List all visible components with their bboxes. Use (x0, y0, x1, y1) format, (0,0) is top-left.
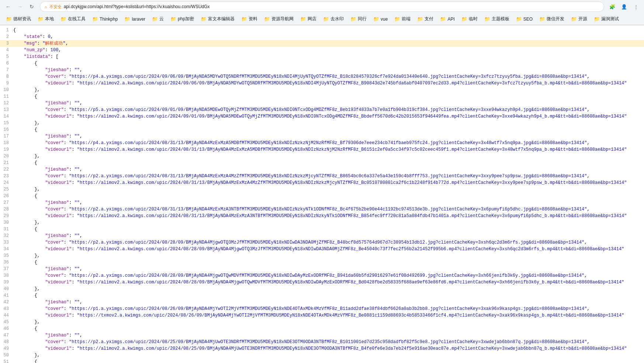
json-line: 31 { (0, 226, 644, 233)
json-line: 25 }, (0, 186, 644, 193)
bookmark-label: 漏洞测试 (601, 16, 619, 22)
json-line: 47 "jieshao": "", (0, 332, 644, 339)
json-content: 1{2 "state": 0,3 "msg": "解析成功",4 "num_zp… (0, 25, 644, 363)
bookmark-item-4[interactable]: 📁laraver (121, 15, 148, 23)
bookmark-item-15[interactable]: 📁支付 (414, 14, 436, 24)
line-number: 46 (0, 325, 13, 332)
profile-button[interactable]: 👤 (619, 1, 629, 12)
line-content: "cover": "https://p2.a.yximgs.com/upic/2… (13, 239, 644, 246)
browser-chrome: ← → ↻ ⚠ 不安全 api.dcykjgw.com/api.html?typ… (0, 0, 644, 25)
line-number: 8 (0, 73, 13, 80)
bookmark-label: 富文本编辑器 (208, 16, 235, 22)
folder-icon: 📁 (461, 16, 467, 22)
line-content: "videourl": "https://alimov2.a.kwimgs.co… (13, 345, 644, 352)
json-line: 48 "cover": "https://p2.a.yximgs.com/upi… (0, 339, 644, 345)
json-line: 39 "videourl": "https://alimov2.a.kwimgs… (0, 279, 644, 286)
bookmark-item-13[interactable]: 📁vue (370, 15, 391, 23)
bookmark-item-17[interactable]: 📁临时 (458, 14, 481, 24)
address-bar[interactable]: ⚠ 不安全 api.dcykjgw.com/api.html?type=ksli… (40, 1, 604, 12)
bookmark-item-9[interactable]: 📁资源导航网 (261, 14, 297, 24)
bookmark-label: laraver (132, 17, 145, 22)
line-number: 28 (0, 206, 13, 213)
extensions-button[interactable]: 🧩 (607, 1, 617, 12)
folder-icon: 📁 (38, 16, 44, 22)
folder-icon: 📁 (516, 16, 522, 22)
line-number: 10 (0, 87, 13, 93)
line-number: 9 (0, 80, 13, 87)
bookmark-item-16[interactable]: 📁API (437, 15, 457, 23)
line-number: 17 (0, 133, 13, 140)
browser-topbar: ← → ↻ ⚠ 不安全 api.dcykjgw.com/api.html?typ… (0, 0, 644, 13)
bookmark-label: 云 (159, 16, 164, 22)
json-line: 33 "cover": "https://p2.a.yximgs.com/upi… (0, 239, 644, 246)
line-number: 6 (0, 60, 13, 67)
line-number: 50 (0, 352, 13, 359)
bookmark-item-1[interactable]: 📁本地 (35, 14, 57, 24)
json-line: 1{ (0, 27, 644, 34)
bookmark-label: 开源 (578, 16, 587, 22)
line-number: 26 (0, 193, 13, 199)
bookmark-item-21[interactable]: 📁开源 (568, 14, 590, 24)
folder-icon: 📁 (417, 16, 423, 22)
forward-button[interactable]: → (15, 1, 25, 12)
json-line: 4 "num_zp": 100, (0, 47, 644, 53)
json-line: 38 "cover": "https://p2.a.yximgs.com/upi… (0, 272, 644, 279)
json-line: 2 "state": 0, (0, 34, 644, 40)
line-number: 34 (0, 246, 13, 252)
json-line: 6 { (0, 60, 644, 67)
bookmark-item-2[interactable]: 📁在线工具 (58, 14, 89, 24)
line-content: }, (13, 87, 644, 93)
line-number: 7 (0, 67, 13, 73)
bookmark-item-11[interactable]: 📁去水印 (320, 14, 347, 24)
folder-icon: 📁 (60, 16, 66, 22)
folder-icon: 📁 (6, 16, 12, 22)
json-line: 29 "videourl": "https://alimov2.a.kwimgs… (0, 213, 644, 219)
line-content: { (13, 226, 644, 233)
json-line: 26 { (0, 193, 644, 199)
json-line: 12 "jieshao": "", (0, 100, 644, 107)
line-content: { (13, 325, 644, 332)
bookmark-label: 本地 (45, 16, 54, 22)
line-content: "videourl": "https://alimov2.a.kwimgs.co… (13, 213, 644, 219)
json-line: 35 }, (0, 252, 644, 259)
bookmark-item-6[interactable]: 📁php加密 (167, 14, 197, 24)
bookmark-item-0[interactable]: 📁德材资讯 (3, 14, 34, 24)
line-number: 41 (0, 292, 13, 299)
line-content: { (13, 60, 644, 67)
bookmark-item-22[interactable]: 📁漏洞测试 (591, 14, 622, 24)
refresh-button[interactable]: ↻ (27, 1, 37, 12)
json-line: 8 "cover": "https://p4.a.yximgs.com/upic… (0, 73, 644, 80)
bookmark-item-7[interactable]: 📁富文本编辑器 (198, 14, 238, 24)
line-content: "jieshao": "", (13, 67, 644, 73)
json-line: 9 "videourl": "https://alimov2.a.kwimgs.… (0, 80, 644, 87)
settings-button[interactable]: ⋮ (631, 1, 641, 12)
bookmark-label: 临时 (469, 16, 478, 22)
json-line: 28 "cover": "https://p2.a.yximgs.com/upi… (0, 206, 644, 213)
back-button[interactable]: ← (3, 1, 13, 12)
bookmark-item-18[interactable]: 📁主题模板 (481, 14, 512, 24)
line-number: 32 (0, 233, 13, 239)
json-line: 13 "cover": "https://p5.a.yximgs.com/upi… (0, 107, 644, 113)
bookmark-item-5[interactable]: 📁云 (149, 14, 167, 24)
folder-icon: 📁 (394, 16, 400, 22)
bookmark-item-3[interactable]: 📁Thinkphp (89, 15, 121, 23)
bookmark-item-19[interactable]: 📁SEO (513, 15, 536, 23)
bookmark-item-20[interactable]: 📁微信开发 (536, 14, 567, 24)
line-content: "videourl": "https://alimov2.a.kwimgs.co… (13, 113, 644, 120)
line-number: 3 (0, 40, 13, 47)
url-text: api.dcykjgw.com/api.html?type=kslist&url… (64, 4, 599, 9)
line-content: }, (13, 319, 644, 325)
security-warning-icon: ⚠ (45, 4, 47, 9)
bookmark-item-14[interactable]: 📁前端 (391, 14, 413, 24)
json-line: 15 }, (0, 120, 644, 126)
bookmark-item-12[interactable]: 📁同行 (347, 14, 370, 24)
bookmark-item-8[interactable]: 📁资料 (238, 14, 260, 24)
json-line: 20 }, (0, 153, 644, 160)
json-line: 32 "jieshao": "", (0, 233, 644, 239)
json-line: 43 "cover": "https://p1.a.yximgs.com/upi… (0, 306, 644, 312)
bookmark-item-10[interactable]: 📁网店 (297, 14, 319, 24)
line-content: "videourl": "https://alimov2.a.kwimgs.co… (13, 246, 644, 252)
json-line: 14 "videourl": "https://alimov2.a.kwimgs… (0, 113, 644, 120)
line-number: 16 (0, 126, 13, 133)
line-number: 45 (0, 319, 13, 325)
